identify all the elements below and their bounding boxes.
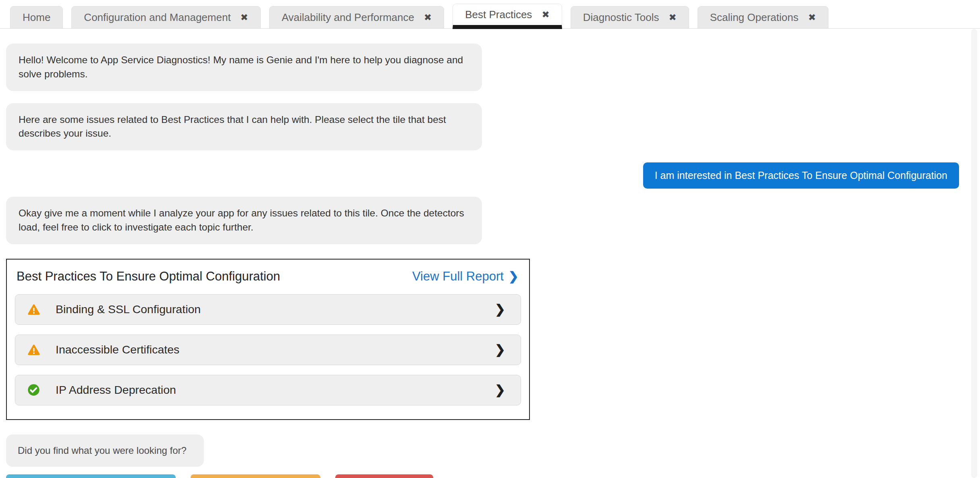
tab-label: Configuration and Management <box>84 11 230 24</box>
detector-label: Binding & SSL Configuration <box>56 303 495 316</box>
show-tile-menu-button[interactable]: Show Tile Menu <box>335 474 433 478</box>
warning-triangle-icon <box>27 343 40 356</box>
user-message-bubble[interactable]: I am interested in Best Practices To Ens… <box>643 162 959 189</box>
vertical-scrollbar[interactable] <box>971 29 977 478</box>
tab-label: Diagnostic Tools <box>583 11 659 24</box>
yes-found-information-button[interactable]: Yes I found the right information <box>6 474 176 478</box>
detector-card-title: Best Practices To Ensure Optimal Configu… <box>17 269 280 284</box>
user-message-row: I am interested in Best Practices To Ens… <box>6 162 959 189</box>
tab-best-practices[interactable]: Best Practices ✖ <box>453 4 562 29</box>
tab-scaling-operations[interactable]: Scaling Operations ✖ <box>698 6 828 28</box>
chat-area: Hello! Welcome to App Service Diagnostic… <box>0 29 980 478</box>
close-icon[interactable]: ✖ <box>669 13 677 22</box>
bot-message-followup: Did you find what you were looking for? <box>6 434 204 467</box>
bot-message-analyzing: Okay give me a moment while I analyze yo… <box>6 197 482 244</box>
chevron-right-icon: ❯ <box>495 382 505 397</box>
detector-row-inaccessible-certificates[interactable]: Inaccessible Certificates ❯ <box>15 335 521 365</box>
close-icon[interactable]: ✖ <box>424 13 432 22</box>
detector-row-binding-ssl[interactable]: Binding & SSL Configuration ❯ <box>15 294 521 325</box>
close-icon[interactable]: ✖ <box>808 13 816 22</box>
close-icon[interactable]: ✖ <box>241 13 248 22</box>
tab-bar: Home Configuration and Management ✖ Avai… <box>0 0 980 29</box>
bot-message-issues-prompt: Here are some issues related to Best Pra… <box>6 103 482 151</box>
tab-home[interactable]: Home <box>10 6 63 28</box>
tab-configuration-and-management[interactable]: Configuration and Management ✖ <box>71 6 261 28</box>
detector-row-ip-address-deprecation[interactable]: IP Address Deprecation ❯ <box>15 375 521 405</box>
search-documentation-button[interactable]: Search Documentation <box>191 474 320 478</box>
action-buttons-row: Yes I found the right information Search… <box>6 474 959 478</box>
chevron-right-icon: ❯ <box>495 302 505 317</box>
bot-message-welcome: Hello! Welcome to App Service Diagnostic… <box>6 44 482 91</box>
view-full-report-label: View Full Report <box>412 269 504 284</box>
tab-label: Best Practices <box>465 8 532 21</box>
detector-label: IP Address Deprecation <box>56 383 495 397</box>
tab-diagnostic-tools[interactable]: Diagnostic Tools ✖ <box>571 6 689 28</box>
detector-card-header: Best Practices To Ensure Optimal Configu… <box>15 269 521 284</box>
tab-label: Availability and Performance <box>282 11 414 24</box>
detector-results-card: Best Practices To Ensure Optimal Configu… <box>6 259 530 420</box>
close-icon[interactable]: ✖ <box>542 10 549 19</box>
chevron-right-icon: ❯ <box>509 269 519 283</box>
detector-label: Inaccessible Certificates <box>56 343 495 356</box>
chevron-right-icon: ❯ <box>495 342 505 357</box>
view-full-report-link[interactable]: View Full Report ❯ <box>412 269 519 284</box>
tab-label: Home <box>23 11 50 24</box>
tab-availability-and-performance[interactable]: Availability and Performance ✖ <box>269 6 444 28</box>
warning-triangle-icon <box>27 303 40 316</box>
check-circle-icon <box>27 384 40 397</box>
tab-label: Scaling Operations <box>710 11 799 24</box>
